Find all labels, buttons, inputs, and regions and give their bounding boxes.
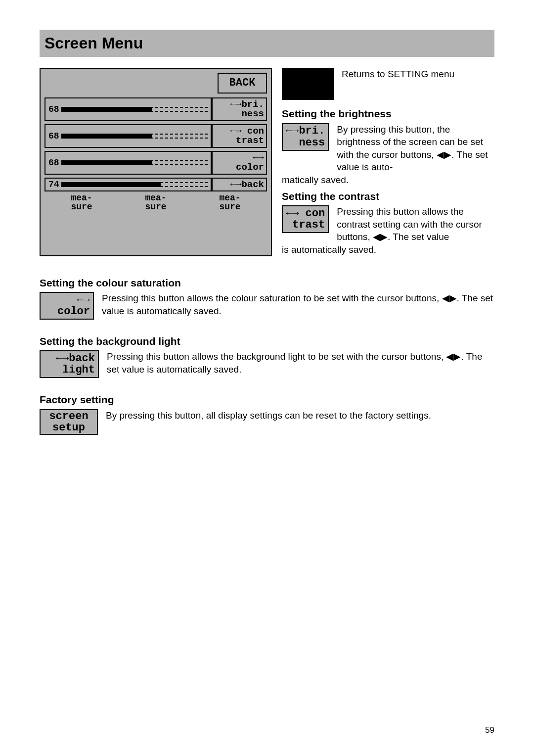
color-button-l2: color: [57, 306, 90, 317]
backlight-button[interactable]: ←→back light: [40, 350, 99, 378]
color-heading: Setting the colour saturation: [40, 276, 494, 290]
brightness-cell-line2: ness: [241, 109, 264, 119]
right-column: Returns to SETTING menu Setting the brig…: [282, 68, 494, 256]
contrast-value: 68: [48, 130, 59, 142]
contrast-button[interactable]: ←→ con trast: [282, 205, 329, 233]
backlight-cell-line: ←→back: [230, 180, 264, 189]
color-section: Setting the colour saturation ←→ color P…: [40, 276, 494, 320]
footer-cell: mea- sure: [193, 192, 267, 211]
brightness-cell-button[interactable]: ←→bri. ness: [212, 97, 267, 121]
contrast-text-tail: is automatically saved.: [282, 243, 494, 256]
color-button[interactable]: ←→ color: [40, 292, 94, 320]
contrast-slider[interactable]: 68: [44, 124, 212, 148]
brightness-heading: Setting the brightness: [282, 107, 494, 121]
brightness-button-l2: ness: [299, 137, 325, 148]
backlight-button-l1: ←→back: [56, 353, 95, 364]
page-number: 59: [485, 725, 494, 736]
footer-cell: mea- sure: [119, 192, 193, 211]
brightness-value: 68: [48, 103, 59, 115]
contrast-cell-line2: trast: [236, 136, 264, 145]
factory-button-l1: screen: [49, 411, 88, 422]
contrast-text: Pressing this button allows the contrast…: [337, 205, 494, 243]
contrast-cell-button[interactable]: ←→ con trast: [212, 124, 267, 148]
color-slider[interactable]: 68: [44, 151, 212, 175]
color-value: 68: [48, 157, 59, 169]
contrast-button-l1: ←→ con: [286, 208, 325, 219]
backlight-heading: Setting the background light: [40, 334, 494, 348]
brightness-text-tail: matically saved.: [282, 174, 494, 187]
back-button[interactable]: BACK: [218, 73, 267, 94]
backlight-slider[interactable]: 74: [44, 178, 212, 191]
factory-button[interactable]: screen setup: [40, 409, 98, 435]
color-cell-line2: color: [236, 163, 264, 172]
panel-footer: mea- sure mea- sure mea- sure: [44, 192, 267, 211]
brightness-slider[interactable]: 68: [44, 97, 212, 121]
brightness-button[interactable]: ←→bri. ness: [282, 123, 329, 151]
brightness-button-l1: ←→bri.: [286, 125, 325, 137]
factory-button-l2: setup: [52, 422, 85, 433]
factory-text: By pressing this button, all display set…: [106, 409, 494, 422]
footer-cell: mea- sure: [44, 192, 119, 211]
color-cell-button[interactable]: ←→ color: [212, 151, 267, 175]
contrast-button-l2: trast: [292, 219, 325, 231]
backlight-section: Setting the background light ←→back ligh…: [40, 334, 494, 378]
brightness-text: By pressing this button, the brightness …: [337, 123, 494, 174]
back-description: Returns to SETTING menu: [342, 68, 454, 81]
color-text: Pressing this button allows the colour s…: [102, 292, 494, 317]
back-indicator-icon: [282, 68, 334, 100]
backlight-cell-button[interactable]: ←→back: [212, 178, 267, 191]
color-button-l1: ←→: [77, 294, 90, 306]
device-screen: BACK 68 ←→bri. ness 68 ←→ con trast: [40, 68, 272, 256]
factory-heading: Factory setting: [40, 393, 494, 407]
page-title: Screen Menu: [40, 30, 494, 57]
factory-section: Factory setting screen setup By pressing…: [40, 393, 494, 434]
backlight-value: 74: [48, 179, 59, 190]
contrast-heading: Setting the contrast: [282, 189, 494, 203]
backlight-button-l2: light: [62, 364, 95, 376]
backlight-text: Pressing this button allows the backgrou…: [107, 350, 494, 376]
